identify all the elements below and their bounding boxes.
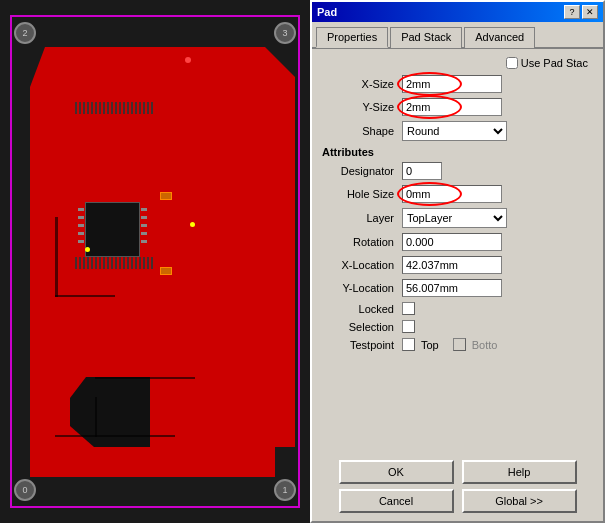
locked-row: Locked	[322, 302, 593, 315]
selection-checkbox[interactable]	[402, 320, 415, 333]
btn-row-2: Cancel Global >>	[322, 489, 593, 513]
x-location-input[interactable]	[402, 256, 502, 274]
trace-line-2	[55, 295, 115, 297]
pcb-board	[30, 47, 295, 477]
testpoint-botto-checkbox	[453, 338, 466, 351]
tab-pad-stack[interactable]: Pad Stack	[390, 27, 462, 48]
cancel-button[interactable]: Cancel	[339, 489, 454, 513]
x-size-input[interactable]	[402, 75, 502, 93]
tab-advanced[interactable]: Advanced	[464, 27, 535, 48]
designator-label: Designator	[322, 165, 402, 177]
designator-row: Designator	[322, 162, 593, 180]
dialog-titlebar: Pad ? ✕	[312, 2, 603, 22]
testpoint-options: Top Botto	[402, 338, 497, 351]
x-location-label: X-Location	[322, 259, 402, 271]
locked-checkbox[interactable]	[402, 302, 415, 315]
pcb-cutout-br	[275, 447, 295, 477]
hole-size-input[interactable]	[402, 185, 502, 203]
y-location-row: Y-Location	[322, 279, 593, 297]
tab-bar: Properties Pad Stack Advanced	[312, 22, 603, 49]
tab-properties[interactable]: Properties	[316, 27, 388, 48]
y-size-input[interactable]	[402, 98, 502, 116]
btn-row-1: OK Help	[322, 460, 593, 484]
x-size-label: X-Size	[322, 78, 402, 90]
trace-line-1	[55, 217, 58, 297]
selection-label: Selection	[322, 321, 402, 333]
red-dot-1	[185, 57, 191, 63]
y-size-label: Y-Size	[322, 101, 402, 113]
help-button[interactable]: Help	[462, 460, 577, 484]
y-size-input-wrapper	[402, 98, 502, 116]
testpoint-top-checkbox[interactable]	[402, 338, 415, 351]
use-pad-stac-row: Use Pad Stac	[322, 57, 593, 69]
titlebar-buttons: ? ✕	[564, 5, 598, 19]
shape-select[interactable]: Round Rectangular Octagonal	[402, 121, 507, 141]
corner-marker-tl: 2	[14, 22, 36, 44]
small-component-1	[160, 192, 172, 200]
dialog-title: Pad	[317, 6, 337, 18]
hole-size-row: Hole Size	[322, 185, 593, 203]
y-location-input[interactable]	[402, 279, 502, 297]
hole-size-label: Hole Size	[322, 188, 402, 200]
corner-marker-bl: 0	[14, 479, 36, 501]
use-pad-stac-checkbox[interactable]	[506, 57, 518, 69]
designator-input[interactable]	[402, 162, 442, 180]
testpoint-top-label: Top	[421, 339, 439, 351]
hole-size-input-wrapper	[402, 185, 502, 203]
trace-line-3	[95, 377, 195, 379]
close-button[interactable]: ✕	[582, 5, 598, 19]
x-size-input-wrapper	[402, 75, 502, 93]
layer-label: Layer	[322, 212, 402, 224]
small-component-2	[160, 267, 172, 275]
corner-marker-br: 1	[274, 479, 296, 501]
testpoint-row: Testpoint Top Botto	[322, 338, 593, 351]
trace-line-5	[55, 435, 175, 437]
layer-select[interactable]: TopLayer BottomLayer MultiLayer	[402, 208, 507, 228]
via-dot-1	[190, 222, 195, 227]
rotation-input[interactable]	[402, 233, 502, 251]
selection-row: Selection	[322, 320, 593, 333]
y-size-row: Y-Size	[322, 98, 593, 116]
layer-row: Layer TopLayer BottomLayer MultiLayer	[322, 208, 593, 228]
trace-component-row2	[75, 257, 155, 269]
rotation-row: Rotation	[322, 233, 593, 251]
x-size-row: X-Size	[322, 75, 593, 93]
x-location-row: X-Location	[322, 256, 593, 274]
y-location-label: Y-Location	[322, 282, 402, 294]
ok-button[interactable]: OK	[339, 460, 454, 484]
rotation-label: Rotation	[322, 236, 402, 248]
pad-dialog: Pad ? ✕ Properties Pad Stack Advanced Us…	[310, 0, 605, 523]
tab-content-properties: Use Pad Stac X-Size Y-Size Shape Round	[312, 49, 603, 364]
trace-component-row1	[75, 102, 155, 114]
pcb-canvas: 2 3 0 1	[0, 0, 310, 523]
via-dot-2	[85, 247, 90, 252]
testpoint-botto-label: Botto	[472, 339, 498, 351]
attributes-header: Attributes	[322, 146, 593, 158]
global-button[interactable]: Global >>	[462, 489, 577, 513]
testpoint-label: Testpoint	[322, 339, 402, 351]
trace-line-4	[95, 397, 97, 437]
pcb-cutout-tl	[30, 47, 45, 87]
dialog-footer: OK Help Cancel Global >>	[312, 452, 603, 521]
help-icon-button[interactable]: ?	[564, 5, 580, 19]
shape-row: Shape Round Rectangular Octagonal	[322, 121, 593, 141]
corner-marker-tr: 3	[274, 22, 296, 44]
shape-label: Shape	[322, 125, 402, 137]
locked-label: Locked	[322, 303, 402, 315]
pcb-cutout-tr	[265, 47, 295, 77]
ic-chip	[85, 202, 140, 257]
pcb-border	[10, 15, 300, 508]
